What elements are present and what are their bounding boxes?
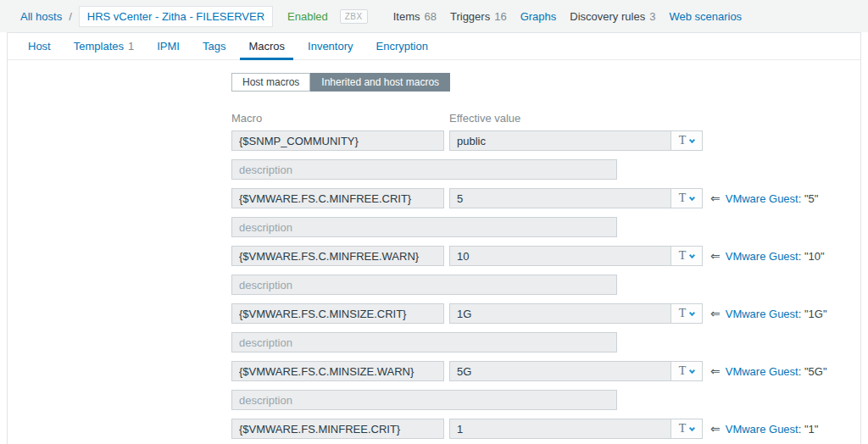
macro-name-input[interactable] [231, 188, 444, 208]
tab-bar: HostTemplates1IPMITagsMacrosInventoryEnc… [8, 33, 860, 60]
macro-description-input[interactable] [231, 217, 617, 237]
template-link[interactable]: VMware Guest [726, 250, 798, 263]
table-row: T ⇐ VMware Guest : "5" [231, 188, 860, 208]
host-config-panel: HostTemplates1IPMITagsMacrosInventoryEnc… [7, 32, 861, 444]
host-nav-web-scenarios[interactable]: Web scenarios [669, 10, 742, 23]
text-type-icon: T [679, 307, 687, 320]
template-link[interactable]: VMware Guest [726, 308, 798, 320]
tab-host[interactable]: Host [19, 33, 59, 59]
macro-name-input[interactable] [231, 303, 444, 324]
tab-count: 1 [128, 40, 134, 53]
template-value: : "1G" [798, 308, 827, 320]
value-type-dropdown-button[interactable]: T [670, 130, 703, 151]
macro-table-body: T T ⇐ VMware Guest : "5" T ⇐ VMwar [231, 130, 860, 444]
text-type-icon: T [679, 249, 687, 263]
table-row: T ⇐ VMware Guest : "1" [231, 419, 860, 439]
text-type-icon: T [679, 364, 687, 378]
inherited-arrow-icon: ⇐ [710, 249, 721, 263]
host-status-badge: Enabled [287, 10, 328, 23]
macros-tab-content: Host macros Inherited and host macros Ma… [8, 60, 860, 444]
host-nav-triggers[interactable]: Triggers16 [450, 10, 507, 23]
macro-description-input[interactable] [231, 275, 617, 295]
inherited-arrow-icon: ⇐ [710, 307, 721, 320]
template-link[interactable]: VMware Guest [726, 192, 798, 205]
chevron-down-icon [689, 367, 695, 373]
column-header-effective-value: Effective value [449, 112, 520, 125]
macro-name-input[interactable] [231, 246, 444, 266]
template-value: : "5" [798, 192, 819, 205]
text-type-icon: T [679, 422, 687, 436]
text-type-icon: T [679, 191, 687, 205]
tab-ipmi[interactable]: IPMI [148, 33, 188, 59]
tab-encryption[interactable]: Encryption [368, 33, 437, 59]
table-row-description [231, 275, 860, 295]
value-type-dropdown-button[interactable]: T [670, 419, 703, 439]
inherited-from-template: ⇐ VMware Guest : "10" [710, 249, 825, 263]
host-nav: Items68Triggers16GraphsDiscovery rules3W… [380, 10, 742, 23]
host-nav-graphs[interactable]: Graphs [520, 10, 557, 23]
chevron-down-icon [689, 309, 695, 315]
template-value: : "1" [798, 423, 819, 436]
macro-value-input[interactable] [449, 246, 671, 266]
chevron-down-icon [689, 194, 695, 200]
table-row-description [231, 159, 860, 180]
inherited-from-template: ⇐ VMware Guest : "1" [710, 422, 818, 436]
breadcrumb-all-hosts[interactable]: All hosts [20, 10, 62, 23]
table-row-description [231, 332, 860, 352]
inherited-arrow-icon: ⇐ [710, 422, 721, 436]
macro-value-input[interactable] [449, 419, 671, 439]
filter-inherited-and-host-macros[interactable]: Inherited and host macros [310, 73, 450, 92]
value-type-dropdown-button[interactable]: T [670, 361, 703, 381]
macro-name-input[interactable] [231, 130, 444, 151]
host-nav-discovery-rules[interactable]: Discovery rules3 [570, 10, 655, 23]
breadcrumb-host-name[interactable]: HRS vCenter - Zitha - FILESERVER [79, 6, 273, 27]
macro-description-input[interactable] [231, 332, 617, 352]
nav-count: 3 [649, 10, 655, 23]
macro-name-input[interactable] [231, 419, 444, 439]
tab-inventory[interactable]: Inventory [299, 33, 361, 59]
macro-value-input[interactable] [449, 188, 671, 208]
table-row: T ⇐ VMware Guest : "1G" [231, 303, 860, 324]
tab-macros[interactable]: Macros [240, 33, 293, 59]
macro-filter-segmented: Host macros Inherited and host macros [231, 73, 450, 92]
macro-value-input[interactable] [449, 130, 671, 151]
value-type-dropdown-button[interactable]: T [670, 246, 703, 266]
macro-name-input[interactable] [231, 361, 444, 381]
value-type-dropdown-button[interactable]: T [670, 188, 703, 208]
tab-tags[interactable]: Tags [194, 33, 234, 59]
table-row-description [231, 390, 860, 410]
chevron-down-icon [689, 136, 695, 142]
filter-host-macros[interactable]: Host macros [231, 73, 310, 92]
inherited-from-template: ⇐ VMware Guest : "1G" [710, 307, 827, 320]
chevron-down-icon [689, 252, 695, 258]
host-nav-items[interactable]: Items68 [393, 10, 437, 23]
macro-value-input[interactable] [449, 361, 671, 381]
template-value: : "10" [798, 250, 825, 263]
macro-description-input[interactable] [231, 390, 617, 410]
chevron-down-icon [689, 425, 695, 430]
text-type-icon: T [679, 134, 687, 147]
macro-value-input[interactable] [449, 303, 671, 324]
value-type-dropdown-button[interactable]: T [670, 303, 703, 324]
inherited-arrow-icon: ⇐ [710, 364, 721, 378]
inherited-arrow-icon: ⇐ [710, 191, 721, 205]
table-column-headers: Macro Effective value [231, 112, 860, 125]
inherited-from-template: ⇐ VMware Guest : "5" [710, 191, 818, 205]
table-row-description [231, 217, 860, 237]
nav-count: 68 [425, 10, 437, 23]
table-row: T ⇐ VMware Guest : "5G" [231, 361, 860, 381]
column-header-macro: Macro [231, 112, 449, 125]
template-link[interactable]: VMware Guest [726, 365, 798, 378]
nav-count: 16 [494, 10, 506, 23]
template-link[interactable]: VMware Guest [726, 423, 798, 436]
breadcrumb-separator: / [69, 10, 72, 23]
macro-description-input[interactable] [231, 159, 617, 180]
template-value: : "5G" [798, 365, 827, 378]
table-row: T ⇐ VMware Guest : "10" [231, 246, 860, 266]
inherited-from-template: ⇐ VMware Guest : "5G" [710, 364, 827, 378]
agent-availability-badge: ZBX [340, 9, 368, 24]
tab-templates[interactable]: Templates1 [65, 33, 142, 59]
breadcrumb: All hosts / HRS vCenter - Zitha - FILESE… [0, 0, 868, 32]
table-row: T [231, 130, 860, 151]
